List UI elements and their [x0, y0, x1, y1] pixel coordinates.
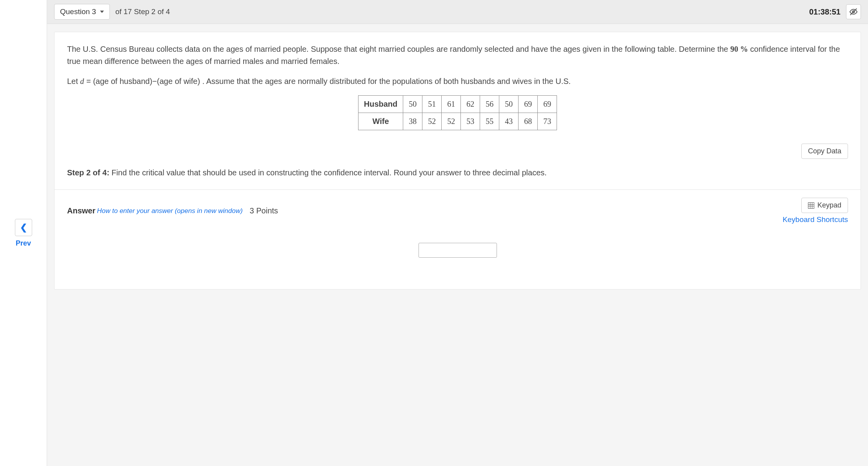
hide-timer-button[interactable] — [846, 4, 861, 19]
points-label: 3 Points — [250, 206, 278, 215]
husband-age: 50 — [499, 96, 519, 113]
timer: 01:38:51 — [809, 7, 841, 16]
table-row: Husband 50 51 61 62 56 50 69 69 — [358, 96, 557, 113]
husband-age: 69 — [519, 96, 538, 113]
question-content: The U.S. Census Bureau collects data on … — [54, 32, 861, 289]
keypad-icon — [808, 202, 814, 209]
prev-label: Prev — [16, 239, 31, 248]
eye-slash-icon — [849, 7, 858, 16]
prev-nav-rail: ❮ Prev — [0, 0, 47, 466]
keypad-label: Keypad — [817, 201, 841, 209]
chevron-left-icon: ❮ — [20, 222, 27, 233]
wife-age: 73 — [538, 113, 557, 130]
table-row: Wife 38 52 52 53 55 43 68 73 — [358, 113, 557, 130]
husband-age: 50 — [403, 96, 422, 113]
prompt-text: = (age of husband)−(age of wife) . Assum… — [84, 77, 571, 86]
prompt-text: Let — [67, 77, 80, 86]
variable-d: d — [80, 77, 84, 86]
ages-table: Husband 50 51 61 62 56 50 69 69 Wife 38 … — [358, 95, 557, 130]
wife-age: 43 — [499, 113, 519, 130]
keypad-button[interactable]: Keypad — [801, 198, 848, 213]
answer-header: Answer How to enter your answer (opens i… — [55, 189, 861, 227]
answer-help-link[interactable]: How to enter your answer (opens in new w… — [97, 207, 242, 215]
caret-down-icon — [100, 11, 104, 13]
husband-age: 51 — [422, 96, 442, 113]
wife-age: 52 — [422, 113, 442, 130]
progress-text: of 17 Step 2 of 4 — [115, 7, 170, 16]
husband-age: 62 — [461, 96, 480, 113]
wife-age: 53 — [461, 113, 480, 130]
keyboard-shortcuts-link[interactable]: Keyboard Shortcuts — [782, 215, 848, 224]
husband-age: 61 — [442, 96, 461, 113]
prev-button[interactable]: ❮ — [15, 219, 32, 236]
step-label: Step 2 of 4: — [67, 168, 109, 177]
husband-age: 56 — [480, 96, 499, 113]
question-dropdown[interactable]: Question 3 — [54, 4, 110, 20]
question-prompt: The U.S. Census Bureau collects data on … — [55, 32, 861, 141]
wife-age: 52 — [442, 113, 461, 130]
wife-age: 38 — [403, 113, 422, 130]
husband-age: 69 — [538, 96, 557, 113]
row-label-wife: Wife — [358, 113, 403, 130]
copy-data-label: Copy Data — [808, 147, 841, 155]
step-text: Find the critical value that should be u… — [109, 168, 547, 177]
step-instruction: Step 2 of 4: Find the critical value tha… — [55, 167, 861, 189]
question-header: Question 3 of 17 Step 2 of 4 01:38:51 — [47, 0, 868, 24]
wife-age: 68 — [519, 113, 538, 130]
question-dropdown-label: Question 3 — [60, 7, 96, 16]
answer-input[interactable] — [419, 243, 497, 258]
prompt-text: The U.S. Census Bureau collects data on … — [67, 45, 730, 53]
row-label-husband: Husband — [358, 96, 403, 113]
answer-label: Answer — [67, 206, 95, 215]
confidence-level: 90 % — [730, 45, 748, 53]
copy-data-button[interactable]: Copy Data — [801, 144, 848, 159]
wife-age: 55 — [480, 113, 499, 130]
